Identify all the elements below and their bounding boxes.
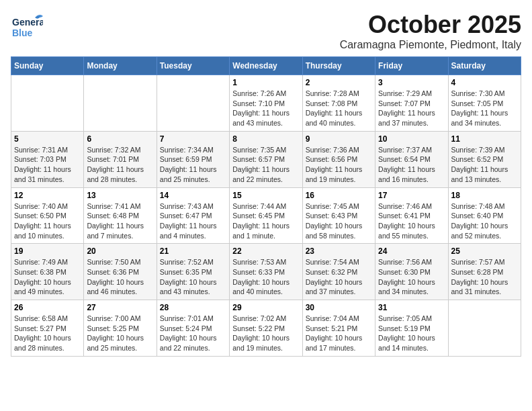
days-header-row: SundayMondayTuesdayWednesdayThursdayFrid… <box>11 57 521 75</box>
day-info: Sunrise: 7:48 AM Sunset: 6:40 PM Dayligh… <box>451 201 518 241</box>
day-number: 23 <box>306 246 372 256</box>
week-row-5: 26Sunrise: 6:58 AM Sunset: 5:27 PM Dayli… <box>11 300 521 357</box>
day-info: Sunrise: 7:26 AM Sunset: 7:10 PM Dayligh… <box>232 89 299 128</box>
day-number: 12 <box>14 191 81 200</box>
day-cell: 11Sunrise: 7:39 AM Sunset: 6:52 PM Dayli… <box>448 131 521 187</box>
day-info: Sunrise: 7:44 AM Sunset: 6:45 PM Dayligh… <box>232 201 299 241</box>
day-header-friday: Friday <box>375 57 448 75</box>
day-number: 19 <box>14 246 81 256</box>
day-header-tuesday: Tuesday <box>157 57 229 75</box>
day-cell: 22Sunrise: 7:53 AM Sunset: 6:33 PM Dayli… <box>230 244 302 300</box>
day-cell: 5Sunrise: 7:31 AM Sunset: 7:03 PM Daylig… <box>11 131 84 187</box>
day-cell: 8Sunrise: 7:35 AM Sunset: 6:57 PM Daylig… <box>230 131 302 187</box>
day-cell: 26Sunrise: 6:58 AM Sunset: 5:27 PM Dayli… <box>11 300 84 357</box>
week-row-3: 12Sunrise: 7:40 AM Sunset: 6:50 PM Dayli… <box>11 187 521 244</box>
day-info: Sunrise: 7:49 AM Sunset: 6:38 PM Dayligh… <box>14 257 81 297</box>
calendar-table: SundayMondayTuesdayWednesdayThursdayFrid… <box>11 56 521 357</box>
day-info: Sunrise: 6:58 AM Sunset: 5:27 PM Dayligh… <box>14 314 81 353</box>
day-cell: 23Sunrise: 7:54 AM Sunset: 6:32 PM Dayli… <box>302 244 375 300</box>
week-row-2: 5Sunrise: 7:31 AM Sunset: 7:03 PM Daylig… <box>11 131 521 187</box>
day-info: Sunrise: 7:41 AM Sunset: 6:48 PM Dayligh… <box>87 201 153 241</box>
day-cell: 7Sunrise: 7:34 AM Sunset: 6:59 PM Daylig… <box>157 131 229 187</box>
day-cell: 6Sunrise: 7:32 AM Sunset: 7:01 PM Daylig… <box>84 131 157 187</box>
day-cell: 21Sunrise: 7:52 AM Sunset: 6:35 PM Dayli… <box>157 244 229 300</box>
svg-text:Blue: Blue <box>12 28 33 38</box>
day-number: 20 <box>87 246 153 256</box>
day-cell: 24Sunrise: 7:56 AM Sunset: 6:30 PM Dayli… <box>375 244 448 300</box>
logo-icon: General Blue <box>11 11 43 43</box>
day-number: 17 <box>378 191 445 200</box>
day-number: 16 <box>306 191 372 200</box>
day-cell: 14Sunrise: 7:43 AM Sunset: 6:47 PM Dayli… <box>157 187 229 244</box>
day-number: 25 <box>451 246 518 256</box>
day-number: 26 <box>14 303 81 312</box>
day-info: Sunrise: 7:34 AM Sunset: 6:59 PM Dayligh… <box>160 145 226 185</box>
day-cell: 18Sunrise: 7:48 AM Sunset: 6:40 PM Dayli… <box>448 187 521 244</box>
day-info: Sunrise: 7:43 AM Sunset: 6:47 PM Dayligh… <box>160 201 226 241</box>
day-number: 10 <box>378 134 445 144</box>
day-number: 28 <box>160 303 226 312</box>
day-cell: 4Sunrise: 7:30 AM Sunset: 7:05 PM Daylig… <box>448 75 521 132</box>
day-info: Sunrise: 7:32 AM Sunset: 7:01 PM Dayligh… <box>87 145 153 185</box>
title-block: October 2025 Caramagna Piemonte, Piedmon… <box>340 11 521 51</box>
day-number: 4 <box>451 78 518 87</box>
day-info: Sunrise: 7:40 AM Sunset: 6:50 PM Dayligh… <box>14 201 81 241</box>
day-cell: 15Sunrise: 7:44 AM Sunset: 6:45 PM Dayli… <box>230 187 302 244</box>
day-number: 8 <box>232 134 299 144</box>
day-info: Sunrise: 7:53 AM Sunset: 6:33 PM Dayligh… <box>232 257 299 297</box>
day-number: 30 <box>306 303 372 312</box>
day-number: 9 <box>306 134 372 144</box>
day-cell <box>11 75 84 132</box>
day-info: Sunrise: 7:56 AM Sunset: 6:30 PM Dayligh… <box>378 257 445 297</box>
month-title: October 2025 <box>340 11 521 39</box>
day-info: Sunrise: 7:54 AM Sunset: 6:32 PM Dayligh… <box>306 257 372 297</box>
day-info: Sunrise: 7:30 AM Sunset: 7:05 PM Dayligh… <box>451 89 518 128</box>
day-cell: 2Sunrise: 7:28 AM Sunset: 7:08 PM Daylig… <box>302 75 375 132</box>
day-number: 3 <box>378 78 445 87</box>
day-number: 11 <box>451 134 518 144</box>
day-header-sunday: Sunday <box>11 57 84 75</box>
day-cell <box>157 75 229 132</box>
day-cell: 9Sunrise: 7:36 AM Sunset: 6:56 PM Daylig… <box>302 131 375 187</box>
day-cell: 17Sunrise: 7:46 AM Sunset: 6:41 PM Dayli… <box>375 187 448 244</box>
day-cell: 27Sunrise: 7:00 AM Sunset: 5:25 PM Dayli… <box>84 300 157 357</box>
day-cell: 20Sunrise: 7:50 AM Sunset: 6:36 PM Dayli… <box>84 244 157 300</box>
day-number: 2 <box>306 78 372 87</box>
day-info: Sunrise: 7:45 AM Sunset: 6:43 PM Dayligh… <box>306 201 372 241</box>
day-cell: 25Sunrise: 7:57 AM Sunset: 6:28 PM Dayli… <box>448 244 521 300</box>
day-number: 21 <box>160 246 226 256</box>
day-cell: 28Sunrise: 7:01 AM Sunset: 5:24 PM Dayli… <box>157 300 229 357</box>
day-info: Sunrise: 7:46 AM Sunset: 6:41 PM Dayligh… <box>378 201 445 241</box>
day-header-saturday: Saturday <box>448 57 521 75</box>
day-cell: 13Sunrise: 7:41 AM Sunset: 6:48 PM Dayli… <box>84 187 157 244</box>
day-header-thursday: Thursday <box>302 57 375 75</box>
day-info: Sunrise: 7:04 AM Sunset: 5:21 PM Dayligh… <box>306 314 372 353</box>
day-number: 18 <box>451 191 518 200</box>
day-number: 15 <box>232 191 299 200</box>
day-info: Sunrise: 7:02 AM Sunset: 5:22 PM Dayligh… <box>232 314 299 353</box>
day-number: 7 <box>160 134 226 144</box>
day-info: Sunrise: 7:50 AM Sunset: 6:36 PM Dayligh… <box>87 257 153 297</box>
day-info: Sunrise: 7:52 AM Sunset: 6:35 PM Dayligh… <box>160 257 226 297</box>
day-cell: 1Sunrise: 7:26 AM Sunset: 7:10 PM Daylig… <box>230 75 302 132</box>
day-cell: 16Sunrise: 7:45 AM Sunset: 6:43 PM Dayli… <box>302 187 375 244</box>
day-cell <box>448 300 521 357</box>
week-row-4: 19Sunrise: 7:49 AM Sunset: 6:38 PM Dayli… <box>11 244 521 300</box>
day-info: Sunrise: 7:57 AM Sunset: 6:28 PM Dayligh… <box>451 257 518 297</box>
page-header: General Blue October 2025 Caramagna Piem… <box>11 11 521 51</box>
day-number: 5 <box>14 134 81 144</box>
day-number: 24 <box>378 246 445 256</box>
day-info: Sunrise: 7:00 AM Sunset: 5:25 PM Dayligh… <box>87 314 153 353</box>
day-number: 27 <box>87 303 153 312</box>
day-number: 29 <box>232 303 299 312</box>
day-info: Sunrise: 7:01 AM Sunset: 5:24 PM Dayligh… <box>160 314 226 353</box>
day-number: 13 <box>87 191 153 200</box>
day-cell <box>84 75 157 132</box>
day-info: Sunrise: 7:29 AM Sunset: 7:07 PM Dayligh… <box>378 89 445 128</box>
day-cell: 31Sunrise: 7:05 AM Sunset: 5:19 PM Dayli… <box>375 300 448 357</box>
logo: General Blue <box>11 11 43 43</box>
day-cell: 10Sunrise: 7:37 AM Sunset: 6:54 PM Dayli… <box>375 131 448 187</box>
day-cell: 29Sunrise: 7:02 AM Sunset: 5:22 PM Dayli… <box>230 300 302 357</box>
week-row-1: 1Sunrise: 7:26 AM Sunset: 7:10 PM Daylig… <box>11 75 521 132</box>
day-cell: 3Sunrise: 7:29 AM Sunset: 7:07 PM Daylig… <box>375 75 448 132</box>
